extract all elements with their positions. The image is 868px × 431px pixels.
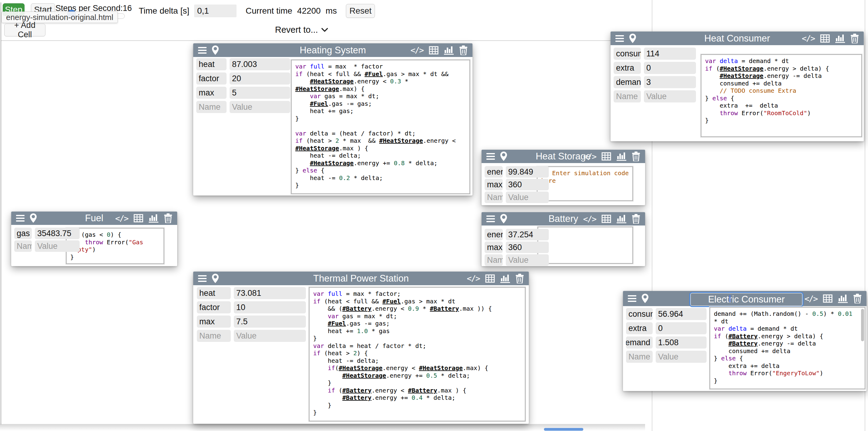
time-delta-input[interactable]: 0,1 (194, 4, 237, 17)
field-value-input-placeholder[interactable]: Value (234, 330, 306, 342)
code-view-icon[interactable]: </> (410, 46, 424, 55)
field-name-input[interactable]: max (197, 316, 231, 328)
chart-view-icon[interactable] (617, 152, 626, 161)
window-header[interactable]: Battery </> (482, 212, 645, 226)
pin-icon[interactable] (211, 45, 219, 55)
field-value-input-placeholder[interactable]: Value (35, 240, 80, 252)
code-vertical-scrollbar-thumb[interactable] (861, 309, 864, 341)
window-title[interactable]: Heat Consumer (704, 33, 770, 44)
code-editor[interactable]: if (gas < 0) { throw Error("Gas Empty") … (66, 228, 164, 264)
trash-icon[interactable] (516, 274, 524, 283)
pin-icon[interactable] (629, 33, 637, 44)
pin-icon[interactable] (500, 214, 507, 224)
field-value-input-placeholder[interactable]: Value (229, 101, 290, 113)
field-value-input[interactable]: 20 (229, 73, 290, 85)
window-title[interactable]: Electric Consumer (708, 294, 785, 305)
field-value-input[interactable]: 1.508 (656, 337, 707, 349)
code-view-icon[interactable]: </> (802, 34, 815, 43)
field-name-input[interactable]: factor (197, 301, 231, 313)
field-name-input[interactable]: gas (14, 228, 32, 239)
code-editor[interactable]: var full = max * factor; if (heat < full… (309, 287, 525, 421)
field-value-input[interactable]: 56.964 (656, 308, 707, 320)
field-name-input-placeholder[interactable]: Name (626, 351, 653, 363)
field-value-input[interactable]: 114 (644, 48, 696, 60)
field-name-input-placeholder[interactable]: Name (197, 330, 231, 342)
field-name-input[interactable]: energy (485, 166, 503, 178)
trash-icon[interactable] (850, 34, 859, 44)
window-title[interactable]: Heat Storage (536, 151, 591, 162)
window-header[interactable]: Heat Consumer </> (611, 31, 864, 45)
chart-view-icon[interactable] (444, 46, 454, 55)
field-name-input-placeholder[interactable]: Name (485, 254, 503, 266)
code-editor[interactable]: var delta = demand * dt if (#HeatStorage… (701, 54, 862, 137)
field-value-input[interactable]: 7.5 (234, 316, 306, 328)
table-view-icon[interactable] (133, 214, 143, 223)
field-value-input[interactable]: 37.254 (506, 229, 549, 240)
field-name-input[interactable]: extra (614, 62, 641, 74)
menu-icon[interactable] (198, 275, 207, 282)
revert-dropdown[interactable]: Revert to... (275, 25, 328, 35)
field-name-input[interactable]: demand (626, 337, 653, 349)
table-view-icon[interactable] (823, 294, 833, 303)
window-title-input-focused[interactable]: Electric Consumer (689, 292, 804, 307)
field-name-input-placeholder[interactable]: Name (14, 240, 32, 252)
table-view-icon[interactable] (485, 274, 495, 283)
field-value-input-placeholder[interactable]: Value (506, 254, 549, 266)
window-header[interactable]: Heat Storage </> (482, 150, 645, 163)
field-name-input[interactable]: heat (197, 287, 231, 299)
menu-icon[interactable] (486, 216, 495, 222)
horizontal-scrollbar-thumb[interactable] (544, 428, 583, 431)
field-value-input[interactable]: 35483.75 (35, 228, 80, 239)
trash-icon[interactable] (853, 294, 862, 304)
menu-icon[interactable] (628, 295, 636, 302)
field-name-input[interactable]: consumed (614, 48, 641, 60)
pin-icon[interactable] (29, 213, 37, 223)
chart-view-icon[interactable] (500, 274, 510, 283)
field-name-input-placeholder[interactable]: Name (485, 192, 503, 203)
window-title[interactable]: Fuel (85, 213, 103, 224)
field-value-input[interactable]: 87.003 (229, 58, 290, 70)
window-title[interactable]: Thermal Power Station (313, 273, 408, 284)
field-value-input-placeholder[interactable]: Value (656, 351, 707, 363)
chart-view-icon[interactable] (838, 294, 848, 303)
code-editor[interactable]: // Enter simulation code here (537, 166, 633, 201)
code-view-icon[interactable]: </> (804, 294, 817, 304)
code-view-icon[interactable]: </> (583, 214, 596, 224)
reset-button[interactable]: Reset (346, 4, 375, 18)
pin-icon[interactable] (641, 293, 649, 304)
window-title[interactable]: Heating System (300, 45, 366, 56)
window-title[interactable]: Battery (549, 213, 578, 224)
field-name-input[interactable]: heat (196, 58, 226, 70)
add-cell-button[interactable]: + Add Cell (4, 24, 45, 36)
menu-icon[interactable] (615, 35, 624, 42)
trash-icon[interactable] (632, 151, 640, 161)
table-view-icon[interactable] (429, 46, 438, 55)
field-value-input[interactable]: 10 (234, 301, 306, 313)
field-name-input-placeholder[interactable]: Name (614, 90, 641, 103)
field-value-input[interactable]: 360 (506, 241, 549, 253)
window-header[interactable]: Fuel </> (11, 211, 177, 225)
code-editor[interactable]: demand += (Math.random() - 0.5) * 0.01 *… (710, 307, 865, 389)
table-view-icon[interactable] (601, 152, 611, 161)
code-view-icon[interactable]: </> (115, 214, 128, 223)
menu-icon[interactable] (198, 47, 207, 54)
field-name-input[interactable]: consumed (626, 308, 653, 320)
menu-icon[interactable] (16, 215, 25, 222)
trash-icon[interactable] (459, 46, 468, 55)
code-editor[interactable]: var full = max * factor if (heat < full … (291, 60, 470, 194)
field-value-input[interactable]: 99.849 (506, 166, 549, 178)
field-value-input[interactable]: 73.081 (234, 287, 306, 299)
field-name-input[interactable]: max (485, 179, 503, 190)
code-view-icon[interactable]: </> (467, 274, 480, 283)
field-value-input[interactable]: 0 (644, 62, 696, 74)
menu-icon[interactable] (486, 153, 495, 160)
code-editor[interactable] (537, 227, 633, 264)
field-value-input[interactable]: 0 (656, 322, 707, 334)
field-name-input[interactable]: max (485, 241, 503, 253)
field-name-input[interactable]: extra (626, 322, 653, 334)
chart-view-icon[interactable] (835, 34, 845, 43)
pin-icon[interactable] (211, 274, 219, 284)
field-name-input[interactable]: energy (485, 229, 503, 240)
field-value-input[interactable]: 360 (506, 179, 549, 190)
field-value-input[interactable]: 5 (229, 87, 290, 99)
